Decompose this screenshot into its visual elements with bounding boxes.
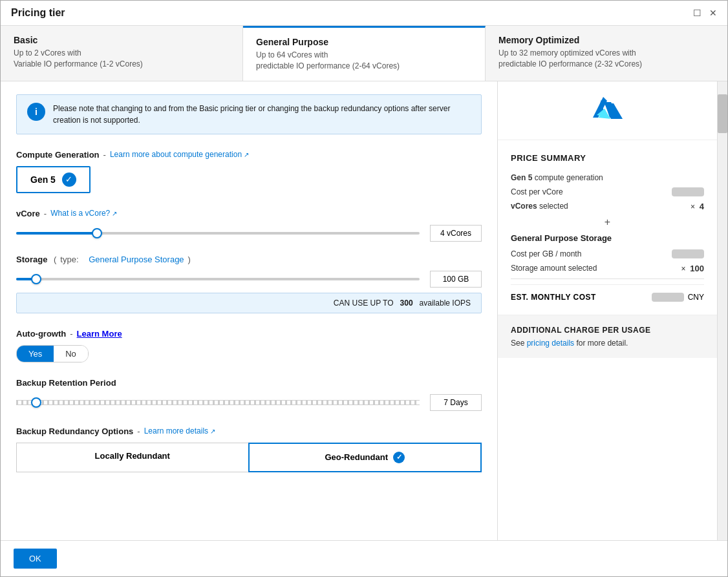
auto-growth-link[interactable]: Learn More — [77, 329, 122, 339]
storage-slider-thumb[interactable] — [31, 274, 41, 284]
storage-slider-track — [16, 278, 420, 280]
tab-basic-name: Basic — [14, 35, 230, 45]
vcore-link[interactable]: What is a vCore? — [50, 209, 117, 218]
vcore-slider-thumb[interactable] — [92, 228, 102, 238]
est-monthly-cost-row: EST. MONTHLY COST CNY — [511, 284, 704, 302]
backup-redundancy-link[interactable]: Learn more details — [144, 426, 215, 435]
tier-tabs: Basic Up to 2 vCores with Variable IO pe… — [1, 26, 727, 81]
minimize-button[interactable]: ☐ — [693, 8, 701, 18]
tab-memory-optimized[interactable]: Memory Optimized Up to 32 memory optimiz… — [486, 26, 727, 81]
info-text: Please note that changing to and from th… — [53, 103, 471, 126]
cost-per-vcore-row: Cost per vCore — [511, 187, 704, 196]
auto-growth-no[interactable]: No — [54, 346, 88, 362]
vcore-slider-container — [16, 227, 420, 240]
vcore-value-box: 4 vCores — [430, 225, 482, 242]
auto-growth-toggle[interactable]: Yes No — [16, 345, 89, 362]
backup-redundancy-options: Locally Redundant Geo-Redundant ✓ — [16, 443, 482, 472]
tab-mo-desc2: predictable IO performance (2-32 vCores) — [498, 59, 714, 70]
window-controls: ☐ ✕ — [693, 8, 717, 18]
backup-retention-slider-row: 7 Days — [16, 394, 482, 411]
storage-label: Storage (type: General Purpose Storage) — [16, 255, 482, 264]
geo-redundant-btn[interactable]: Geo-Redundant ✓ — [248, 443, 482, 472]
iops-prefix: CAN USE UP TO — [334, 299, 394, 308]
storage-type-link[interactable]: General Purpose Storage — [89, 255, 184, 264]
left-panel: i Please note that changing to and from … — [1, 81, 497, 540]
cost-per-vcore-label: Cost per vCore — [511, 187, 563, 196]
tab-basic[interactable]: Basic Up to 2 vCores with Variable IO pe… — [1, 26, 243, 81]
tab-mo-name: Memory Optimized — [498, 35, 714, 45]
est-value: CNY — [652, 293, 704, 302]
azure-logo-icon — [592, 94, 624, 127]
storage-amount-label: Storage amount selected — [511, 264, 597, 273]
compute-label: Compute Generation - Learn more about co… — [16, 150, 482, 160]
pricing-details-link[interactable]: pricing details — [527, 339, 574, 348]
info-icon: i — [27, 103, 45, 121]
iops-value: 300 — [400, 299, 413, 308]
gen5-check-icon: ✓ — [62, 173, 76, 187]
storage-section: Storage (type: General Purpose Storage) … — [16, 255, 482, 313]
storage-section-title: General Purpose Storage — [511, 233, 704, 243]
tab-basic-desc2: Variable IO performance (1-2 vCores) — [14, 59, 230, 70]
vcores-selected-row: vCores selected × 4 — [511, 202, 704, 211]
scrollbar[interactable] — [717, 81, 727, 540]
tab-gp-desc1: Up to 64 vCores with — [256, 50, 472, 61]
backup-retention-section: Backup Retention Period 7 Days — [16, 378, 482, 411]
azure-logo-area — [498, 81, 717, 140]
iops-suffix: available IOPS — [420, 299, 471, 308]
iops-bar: CAN USE UP TO 300 available IOPS — [16, 293, 482, 313]
est-cost-pill — [652, 293, 684, 302]
locally-redundant-btn[interactable]: Locally Redundant — [16, 443, 248, 472]
footer: OK — [1, 540, 727, 576]
close-button[interactable]: ✕ — [709, 8, 717, 18]
main-content: i Please note that changing to and from … — [1, 81, 727, 540]
tab-gp-name: General Purpose — [256, 37, 472, 47]
right-panel: PRICE SUMMARY Gen 5 compute generation C… — [497, 81, 717, 540]
additional-charge-title: ADDITIONAL CHARGE PER USAGE — [511, 326, 704, 335]
est-label: EST. MONTHLY COST — [511, 293, 596, 302]
geo-redundant-check-icon: ✓ — [393, 452, 405, 463]
backup-retention-thumb[interactable] — [31, 397, 41, 408]
dialog-title: Pricing tier — [11, 7, 65, 19]
compute-learn-more-link[interactable]: Learn more about compute generation — [110, 150, 249, 159]
storage-slider-container — [16, 273, 420, 286]
backup-retention-slider-container — [16, 396, 420, 409]
storage-value-box: 100 GB — [430, 271, 482, 288]
storage-amount-value: 100 — [690, 264, 704, 273]
tab-general-purpose[interactable]: General Purpose Up to 64 vCores with pre… — [243, 26, 486, 81]
auto-growth-yes[interactable]: Yes — [17, 346, 54, 362]
est-currency: CNY — [688, 293, 704, 302]
price-summary-title: PRICE SUMMARY — [511, 153, 704, 163]
cost-per-vcore-pill — [672, 187, 704, 196]
storage-amount-row: Storage amount selected × 100 — [511, 264, 704, 273]
gen5-select-box[interactable]: Gen 5 ✓ — [16, 166, 91, 193]
scrollbar-thumb[interactable] — [718, 94, 727, 133]
cost-per-gb-label: Cost per GB / month — [511, 249, 581, 258]
pricing-tier-dialog: Pricing tier ☐ ✕ Basic Up to 2 vCores wi… — [0, 0, 728, 577]
vcore-label: vCore - What is a vCore? — [16, 209, 482, 218]
vcores-value: 4 — [700, 202, 704, 211]
cost-per-gb-row: Cost per GB / month — [511, 249, 704, 258]
additional-charge-text: See pricing details for more detail. — [511, 339, 704, 348]
storage-slider-row: 100 GB — [16, 271, 482, 288]
backup-redundancy-label: Backup Redundancy Options - Learn more d… — [16, 426, 482, 436]
additional-charge-section: ADDITIONAL CHARGE PER USAGE See pricing … — [498, 315, 717, 358]
ok-button[interactable]: OK — [14, 549, 57, 569]
title-bar: Pricing tier ☐ ✕ — [1, 1, 727, 26]
backup-retention-value-box: 7 Days — [430, 394, 482, 411]
plus-separator: + — [511, 216, 704, 228]
tab-basic-desc1: Up to 2 vCores with — [14, 48, 230, 59]
gen5-label: Gen 5 — [30, 174, 56, 185]
tab-gp-desc2: predictable IO performance (2-64 vCores) — [256, 61, 472, 72]
info-banner: i Please note that changing to and from … — [16, 94, 482, 134]
vcore-slider-track — [16, 232, 420, 235]
gen5-row: Gen 5 compute generation — [511, 173, 704, 182]
price-summary-section: PRICE SUMMARY Gen 5 compute generation C… — [498, 140, 717, 315]
backup-retention-track — [16, 400, 420, 405]
vcore-slider-row: 4 vCores — [16, 225, 482, 242]
vcore-section: vCore - What is a vCore? 4 vCores — [16, 209, 482, 242]
vcore-slider-fill — [16, 232, 97, 235]
auto-growth-section: Auto-growth - Learn More Yes No — [16, 329, 482, 362]
tab-mo-desc1: Up to 32 memory optimized vCores with — [498, 48, 714, 59]
backup-redundancy-section: Backup Redundancy Options - Learn more d… — [16, 426, 482, 472]
cost-per-gb-pill — [672, 249, 704, 258]
